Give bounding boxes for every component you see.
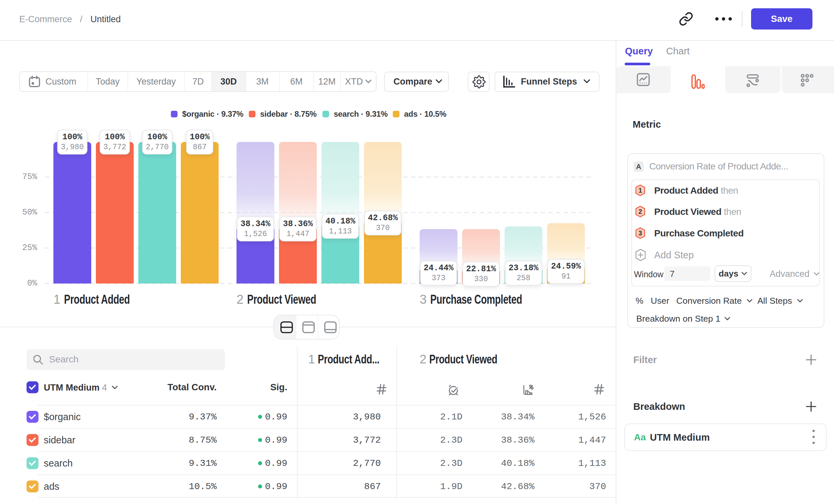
- svg-text:3: 3: [639, 229, 642, 237]
- svg-text:1: 1: [639, 187, 642, 194]
- svg-text:2: 2: [639, 208, 642, 215]
